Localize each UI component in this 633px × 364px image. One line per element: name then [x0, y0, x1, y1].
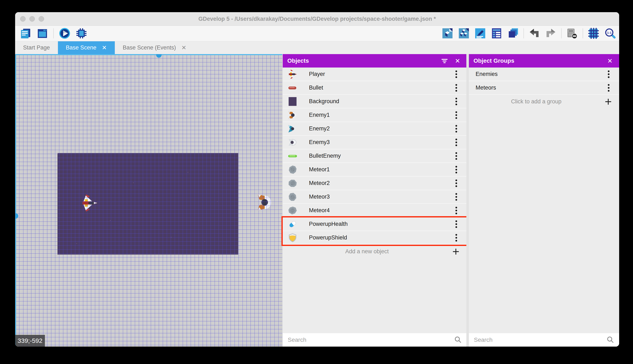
object-menu-button[interactable] — [452, 192, 460, 202]
group-name: Meteors — [476, 84, 604, 91]
object-row-bullet[interactable]: Bullet — [283, 81, 467, 95]
group-row-meteors[interactable]: Meteors — [469, 81, 619, 95]
object-name: Bullet — [309, 84, 452, 91]
object-row-enemy2[interactable]: Enemy2 — [283, 122, 467, 136]
object-menu-button[interactable] — [452, 152, 460, 160]
objects-panel: Objects ✕ — [282, 54, 467, 346]
objects-editor-icon[interactable] — [442, 28, 453, 39]
object-row-poweruphealth[interactable]: PowerupHealth — [283, 218, 467, 231]
object-row-meteor2[interactable]: Meteor2 — [283, 176, 467, 190]
redo-icon[interactable] — [545, 28, 557, 39]
gdevelop-window: GDevelop 5 - /Users/dkarakay/Documents/G… — [15, 12, 619, 346]
object-menu-button[interactable] — [452, 179, 460, 188]
properties-icon[interactable] — [474, 28, 486, 39]
tab-label: Base Scene — [66, 44, 97, 51]
layers-icon[interactable] — [507, 28, 519, 39]
instances-list-icon[interactable] — [491, 28, 502, 39]
object-menu-button[interactable] — [452, 165, 460, 174]
object-menu-button[interactable] — [452, 206, 460, 215]
enemy2-icon — [288, 124, 297, 134]
add-group-button[interactable]: Click to add a group — [469, 95, 619, 108]
object-name: Meteor1 — [309, 166, 452, 173]
object-row-meteor1[interactable]: Meteor1 — [283, 163, 467, 176]
background-icon — [288, 97, 297, 106]
object-row-meteor3[interactable]: Meteor3 — [283, 190, 467, 204]
tab-base-scene-events[interactable]: Base Scene (Events) ✕ — [115, 41, 194, 54]
close-tab-icon[interactable]: ✕ — [181, 44, 186, 51]
tab-base-scene[interactable]: Base Scene ✕ — [58, 41, 115, 54]
object-groups-editor-icon[interactable] — [458, 28, 470, 39]
close-tab-icon[interactable]: ✕ — [102, 44, 107, 51]
object-name: Enemy1 — [309, 112, 452, 118]
object-row-meteor4[interactable]: Meteor4 — [283, 204, 467, 218]
objects-list: Player Bullet — [283, 68, 467, 258]
object-row-enemy3[interactable]: Enemy3 — [283, 136, 467, 149]
editor-content: 339;-592 Objects ✕ — [15, 54, 619, 346]
group-menu-button[interactable] — [604, 70, 613, 79]
object-row-powerupshield[interactable]: PowerupShield — [283, 231, 467, 245]
object-menu-button[interactable] — [452, 138, 460, 147]
scene-border-top — [15, 54, 282, 55]
object-name: Meteor4 — [309, 207, 452, 214]
scene-handle-top[interactable] — [156, 54, 162, 58]
panel-title: Object Groups — [473, 58, 605, 64]
powerup-shield-icon — [288, 233, 297, 242]
main-toolbar: 1:1 — [15, 26, 619, 41]
cursor-coordinates-badge: 339;-592 — [15, 335, 45, 346]
objects-search-input[interactable] — [283, 336, 453, 344]
debug-icon[interactable] — [76, 28, 87, 39]
groups-search-input[interactable] — [469, 336, 606, 344]
window-mask-icon[interactable] — [566, 28, 578, 39]
background-stars — [58, 153, 58, 154]
object-menu-button[interactable] — [452, 83, 460, 92]
window-title: GDevelop 5 - /Users/dkarakay/Documents/G… — [15, 12, 619, 26]
object-name: Meteor3 — [309, 194, 452, 200]
object-name: PowerupShield — [309, 234, 452, 241]
add-object-button[interactable]: Add a new object — [283, 245, 467, 258]
play-icon[interactable] — [59, 28, 71, 39]
add-object-label: Add a new object — [283, 248, 451, 255]
object-row-bulletenemy[interactable]: BulletEnemy — [283, 149, 467, 163]
object-name: Background — [309, 98, 452, 105]
object-menu-button[interactable] — [452, 97, 460, 106]
object-name: PowerupHealth — [309, 221, 452, 227]
plus-icon — [451, 247, 460, 256]
object-row-player[interactable]: Player — [283, 68, 467, 81]
editor-tabs: Start Page Base Scene ✕ Base Scene (Even… — [15, 41, 619, 54]
object-menu-button[interactable] — [452, 233, 460, 242]
meteor-icon — [288, 192, 297, 202]
object-menu-button[interactable] — [452, 110, 460, 120]
powerup-health-icon — [288, 219, 297, 229]
object-menu-button[interactable] — [452, 220, 460, 229]
object-row-enemy1[interactable]: Enemy1 — [283, 108, 467, 122]
add-group-label: Click to add a group — [469, 98, 604, 105]
enemy-instance[interactable] — [256, 193, 272, 211]
project-manager-icon[interactable] — [20, 28, 32, 39]
close-panel-icon[interactable]: ✕ — [605, 56, 614, 66]
panel-divider[interactable] — [466, 54, 469, 346]
toolbar-separator — [583, 28, 583, 38]
filter-icon[interactable] — [440, 56, 449, 66]
bullet-enemy-icon — [288, 151, 297, 161]
meteor-icon — [288, 178, 297, 188]
objects-search-bar — [283, 333, 467, 346]
scene-handle-left[interactable] — [15, 213, 18, 219]
panel-title: Objects — [287, 58, 440, 64]
undo-icon[interactable] — [528, 28, 540, 39]
group-row-enemies[interactable]: Enemies — [469, 68, 619, 81]
player-instance[interactable] — [80, 194, 98, 212]
scene-window-icon[interactable] — [37, 28, 48, 39]
grid-icon[interactable] — [588, 28, 599, 39]
tab-start-page[interactable]: Start Page — [15, 41, 58, 54]
search-icon[interactable] — [606, 335, 615, 344]
zoom-1-1-icon[interactable]: 1:1 — [604, 28, 616, 39]
object-row-background[interactable]: Background — [283, 95, 467, 108]
object-menu-button[interactable] — [452, 70, 460, 79]
plus-icon — [604, 97, 613, 106]
objects-panel-header: Objects ✕ — [283, 54, 467, 68]
search-icon[interactable] — [453, 335, 463, 344]
object-menu-button[interactable] — [452, 124, 460, 133]
scene-canvas[interactable]: 339;-592 — [15, 54, 282, 346]
group-menu-button[interactable] — [604, 83, 613, 92]
close-panel-icon[interactable]: ✕ — [453, 56, 462, 66]
